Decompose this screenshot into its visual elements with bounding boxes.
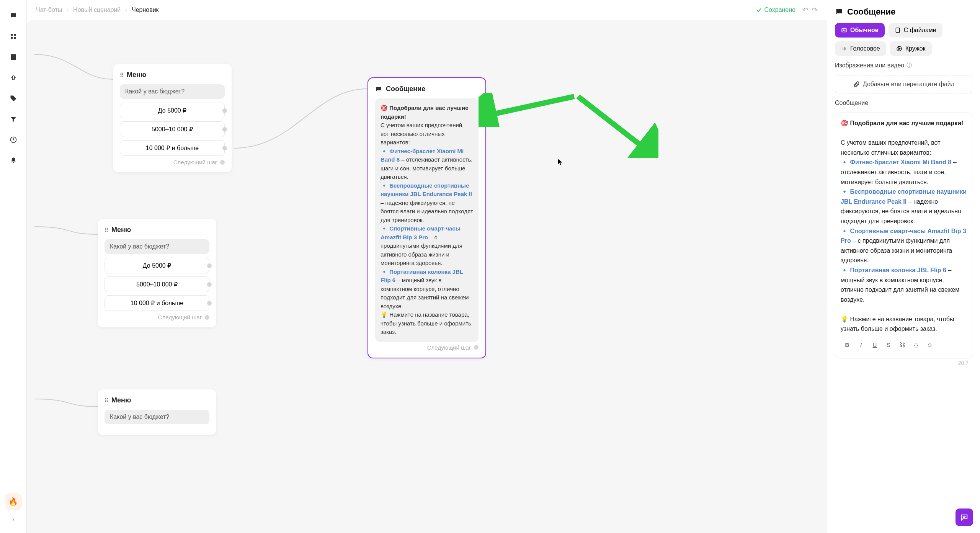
menu-option[interactable]: 5000–10 000 ₽ [105, 276, 209, 292]
chat-widget-button[interactable] [956, 508, 973, 526]
svg-marker-11 [898, 47, 900, 49]
next-step: Следующий шаг [105, 314, 209, 320]
tab-files[interactable]: С файлами [889, 23, 942, 38]
nav-tag-icon[interactable] [5, 90, 21, 106]
message-body: 🎯 Подобрали для вас лучшие подарки! С уч… [375, 98, 479, 342]
info-icon[interactable]: ⓘ [906, 62, 912, 69]
chevron-right-icon: › [125, 7, 127, 13]
svg-rect-1 [14, 34, 16, 36]
panel-title: Сообщение [835, 7, 972, 17]
img-field-label: Изображения или видео ⓘ [835, 62, 972, 69]
nav-filter-icon[interactable] [5, 111, 21, 127]
emoji-button[interactable]: ☺ [926, 340, 934, 350]
svg-rect-2 [11, 37, 13, 39]
message-editor[interactable]: 🎯 Подобрали для вас лучшие подарки! С уч… [835, 113, 972, 358]
menu-option[interactable]: 5000–10 000 ₽ [120, 121, 225, 137]
next-step: Следующий шаг [375, 344, 479, 351]
nav-collapse-icon[interactable]: › [10, 514, 16, 525]
breadcrumb-draft: Черновик [132, 7, 159, 13]
menu-option[interactable]: До 5000 ₽ [120, 103, 225, 118]
unlink-button[interactable]: ⛓︎ [898, 340, 906, 350]
nav-clock-icon[interactable] [5, 132, 21, 148]
drag-handle-icon[interactable]: ⠿ [105, 227, 108, 233]
node-header: Сообщение [375, 85, 479, 93]
menu-question: Какой у вас бюджет? [120, 84, 225, 99]
product-link[interactable]: Фитнес-браслет Xiaomi Mi Band 8 [850, 159, 951, 165]
menu-option[interactable]: 10 000 ₽ и больше [105, 295, 209, 311]
left-sidebar: 🔥 › [0, 0, 27, 533]
message-node[interactable]: Сообщение 🎯 Подобрали для вас лучшие под… [368, 77, 486, 358]
char-counter: 20.7 [958, 360, 969, 366]
breadcrumb-scenario[interactable]: Новый сценарий [73, 7, 121, 13]
nav-contacts-icon[interactable] [5, 49, 21, 65]
undo-button[interactable]: ↶ [802, 6, 808, 14]
code-button[interactable]: {} [912, 340, 920, 350]
topbar: Чат-боты › Новый сценарий › Черновик Сох… [27, 0, 827, 20]
chevron-right-icon: › [67, 7, 69, 13]
tab-circle[interactable]: Кружок [890, 41, 932, 56]
drag-handle-icon[interactable]: ⠿ [105, 397, 108, 404]
drag-handle-icon[interactable]: ⠿ [120, 72, 123, 78]
svg-rect-4 [11, 54, 16, 60]
nav-apps-icon[interactable] [5, 28, 21, 44]
menu-node-2[interactable]: ⠿ Меню Какой у вас бюджет? До 5000 ₽ 500… [98, 219, 216, 327]
saved-status: Сохранено [756, 7, 795, 13]
right-panel: Сообщение Обычное С файлами Голосовое Кр… [827, 0, 980, 533]
paperclip-icon [853, 81, 860, 88]
nav-center-icon[interactable] [5, 70, 21, 86]
svg-rect-0 [11, 34, 13, 36]
product-link[interactable]: Спортивные смарт-часы Amazfit Bip 3 Pro [381, 225, 460, 240]
menu-question: Какой у вас бюджет? [105, 239, 209, 254]
redo-button[interactable]: ↷ [812, 6, 818, 14]
nav-bell-icon[interactable] [5, 152, 21, 168]
italic-button[interactable]: I [857, 340, 865, 350]
menu-question: Какой у вас бюджет? [105, 410, 209, 424]
product-link[interactable]: Беспроводные спортивные наушники JBL End… [841, 188, 967, 205]
menu-node-3[interactable]: ⠿ Меню Какой у вас бюджет? [98, 389, 216, 435]
svg-rect-9 [896, 28, 899, 33]
underline-button[interactable]: U [871, 340, 879, 350]
nav-chats-icon[interactable] [5, 8, 21, 24]
bold-button[interactable]: B [843, 340, 851, 350]
file-drop-zone[interactable]: Добавьте или перетащите файл [835, 75, 972, 93]
msg-field-label: Сообщение [835, 100, 972, 106]
node-header: ⠿ Меню [105, 396, 209, 404]
breadcrumbs: Чат-боты › Новый сценарий › Черновик [36, 7, 159, 13]
tab-normal[interactable]: Обычное [835, 23, 885, 38]
editor-toolbar: B I U S ⛓︎ {} ☺ [841, 337, 967, 353]
canvas[interactable]: ⠿ Меню Какой у вас бюджет? До 5000 ₽ 500… [27, 20, 827, 533]
node-header: ⠿ Меню [105, 226, 209, 234]
svg-rect-3 [14, 37, 16, 39]
menu-option[interactable]: 10 000 ₽ и больше [120, 140, 225, 156]
cursor-icon [557, 158, 564, 168]
svg-rect-5 [12, 76, 14, 80]
node-header: ⠿ Меню [120, 71, 225, 79]
menu-node-1[interactable]: ⠿ Меню Какой у вас бюджет? До 5000 ₽ 500… [113, 64, 232, 172]
message-icon [375, 86, 382, 93]
tab-voice[interactable]: Голосовое [835, 41, 886, 56]
message-type-tabs: Обычное С файлами Голосовое Кружок [835, 23, 972, 56]
strike-button[interactable]: S [884, 340, 893, 350]
breadcrumb-chatbots[interactable]: Чат-боты [36, 7, 62, 13]
message-icon [835, 8, 843, 16]
next-step: Следующий шаг [120, 159, 225, 165]
product-link[interactable]: Беспроводные спортивные наушники JBL End… [381, 182, 472, 198]
product-link[interactable]: Портативная колонка JBL Flip 6 [850, 267, 946, 273]
nav-fire-icon[interactable]: 🔥 [5, 493, 22, 510]
menu-option[interactable]: До 5000 ₽ [105, 258, 209, 273]
